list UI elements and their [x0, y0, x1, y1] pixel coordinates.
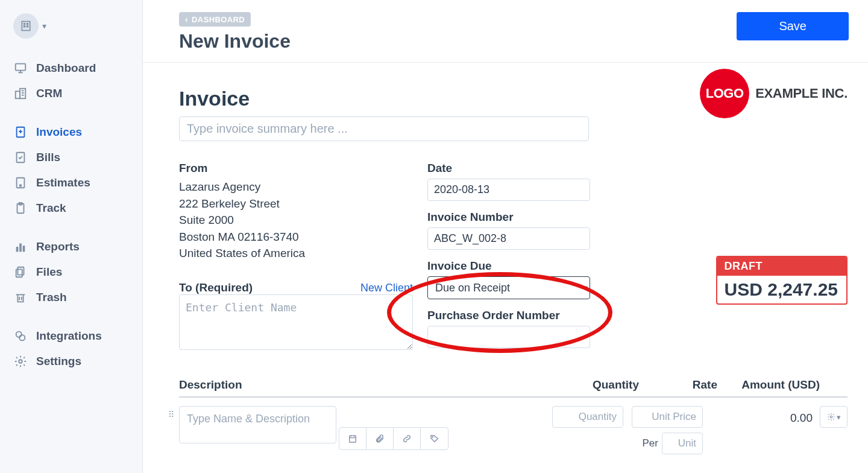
svg-rect-24	[17, 267, 24, 275]
caret-down-icon: ▾	[837, 413, 841, 422]
po-number-label: Purchase Order Number	[427, 309, 590, 322]
draft-total-box: DRAFT USD 2,247.25	[716, 256, 848, 305]
gear-icon	[827, 413, 835, 421]
bill-icon	[13, 150, 28, 165]
line-description-input[interactable]	[179, 406, 336, 443]
line-item-row: ⠿ Per	[179, 398, 848, 460]
date-input[interactable]	[427, 179, 590, 201]
chevron-left-icon: ‹	[185, 14, 188, 24]
invoice-number-label: Invoice Number	[427, 211, 590, 224]
link-icon[interactable]	[394, 428, 421, 449]
logo-company-name: EXAMPLE INC.	[755, 86, 848, 101]
sidebar-item-crm[interactable]: CRM	[0, 81, 142, 106]
draft-badge: DRAFT	[717, 257, 846, 276]
svg-point-34	[830, 416, 832, 418]
from-city: Boston MA 02116-3740	[179, 229, 413, 246]
attachment-icon[interactable]	[366, 428, 394, 449]
svg-point-18	[20, 185, 22, 186]
buildings-icon	[13, 86, 28, 101]
svg-rect-29	[350, 436, 356, 442]
save-button[interactable]: Save	[737, 12, 849, 40]
line-unit-input[interactable]	[662, 433, 703, 454]
date-label: Date	[427, 162, 590, 175]
sidebar-item-files[interactable]: Files	[0, 259, 142, 285]
sidebar-item-label: Trash	[36, 291, 67, 304]
line-rate-input[interactable]	[632, 406, 703, 428]
svg-point-26	[16, 332, 22, 337]
trash-icon	[13, 290, 28, 305]
invoice-number-input[interactable]	[427, 227, 590, 250]
svg-rect-5	[16, 64, 26, 71]
sidebar-item-estimates[interactable]: Estimates	[0, 170, 142, 195]
line-item-tools	[339, 427, 448, 450]
integrations-icon	[13, 329, 28, 343]
chevron-down-icon: ▾	[42, 21, 46, 31]
sidebar-item-track[interactable]: Track	[0, 195, 142, 221]
sidebar-item-label: Invoices	[36, 125, 82, 139]
sidebar-item-dashboard[interactable]: Dashboard	[0, 56, 142, 81]
from-address: Lazarus Agency 222 Berkeley Street Suite…	[179, 179, 413, 262]
sidebar-item-label: Estimates	[36, 176, 90, 189]
bar-chart-icon	[13, 240, 28, 254]
company-logo: LOGO EXAMPLE INC.	[700, 69, 848, 118]
breadcrumb-label: DASHBOARD	[192, 15, 245, 24]
line-items-table: Description Quantity Rate Amount (USD) ⠿	[179, 378, 848, 473]
col-quantity: Quantity	[561, 378, 639, 392]
sidebar-item-reports[interactable]: Reports	[0, 234, 142, 259]
from-label: From	[179, 162, 413, 175]
sidebar-item-label: Bills	[36, 151, 60, 164]
per-label: Per	[643, 437, 658, 449]
sidebar-item-bills[interactable]: Bills	[0, 145, 142, 170]
svg-rect-2	[27, 24, 28, 25]
line-settings-button[interactable]: ▾	[820, 406, 848, 428]
svg-rect-21	[16, 247, 19, 252]
drag-handle-icon[interactable]: ⠿	[168, 410, 174, 419]
sidebar-item-label: Integrations	[36, 329, 102, 343]
sidebar-item-label: Dashboard	[36, 62, 96, 75]
line-amount-value: 0.00	[710, 406, 813, 425]
estimate-icon	[13, 176, 28, 190]
sidebar-item-invoices[interactable]: Invoices	[0, 119, 142, 145]
svg-rect-25	[16, 269, 22, 277]
invoice-summary-input[interactable]	[179, 116, 589, 141]
org-building-icon	[13, 13, 39, 39]
new-client-link[interactable]: New Client	[360, 282, 413, 294]
page-title: New Invoice	[179, 30, 291, 52]
breadcrumb-dashboard[interactable]: ‹ DASHBOARD	[179, 12, 251, 27]
from-suite: Suite 2000	[179, 212, 413, 229]
to-label: To (Required)	[179, 281, 253, 294]
svg-rect-1	[24, 24, 25, 25]
monitor-icon	[13, 61, 28, 75]
po-number-input[interactable]	[427, 326, 590, 348]
sidebar-item-trash[interactable]: Trash	[0, 285, 142, 310]
sidebar-item-label: Settings	[36, 355, 81, 368]
sidebar-item-integrations[interactable]: Integrations	[0, 323, 142, 349]
svg-point-27	[19, 335, 25, 340]
sidebar: ▾ Dashboard CRM Invoices Bills Estimates…	[0, 0, 143, 473]
invoice-due-label: Invoice Due	[427, 259, 590, 273]
tag-icon[interactable]	[421, 428, 448, 449]
content: LOGO EXAMPLE INC. Invoice From Lazarus A…	[143, 63, 868, 473]
files-icon	[13, 265, 28, 279]
topbar: ‹ DASHBOARD New Invoice Save	[143, 0, 868, 63]
svg-rect-0	[22, 22, 30, 31]
main-area: ‹ DASHBOARD New Invoice Save LOGO EXAMPL…	[143, 0, 868, 473]
col-rate: Rate	[639, 378, 717, 392]
line-quantity-input[interactable]	[552, 406, 623, 428]
col-description: Description	[179, 378, 561, 392]
invoice-due-select[interactable]: Due on Receipt	[427, 276, 590, 299]
svg-point-33	[432, 437, 433, 437]
svg-rect-4	[27, 26, 28, 27]
from-country: United States of America	[179, 245, 413, 262]
client-name-input[interactable]	[179, 294, 413, 350]
col-amount: Amount (USD)	[717, 378, 820, 392]
invoice-icon	[13, 125, 28, 139]
svg-rect-23	[23, 246, 25, 252]
sidebar-item-label: Reports	[36, 240, 80, 253]
sidebar-item-settings[interactable]: Settings	[0, 349, 142, 374]
svg-point-28	[19, 360, 22, 363]
org-switcher[interactable]: ▾	[13, 13, 46, 39]
logo-badge: LOGO	[700, 69, 749, 118]
calendar-icon[interactable]	[339, 428, 366, 449]
sidebar-item-label: Files	[36, 265, 62, 279]
